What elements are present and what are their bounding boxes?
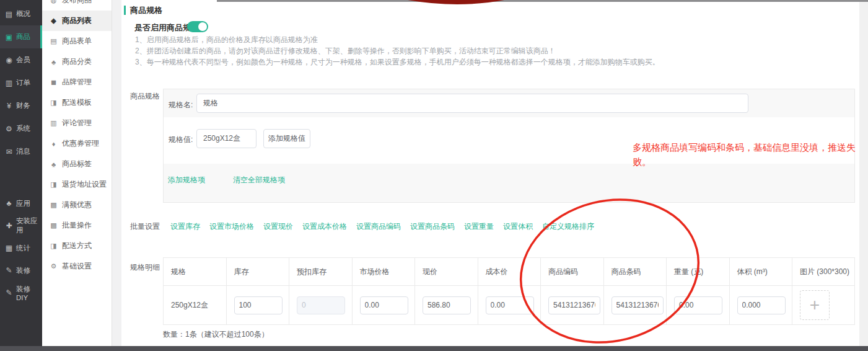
goods-label: 商品	[16, 32, 30, 42]
price-input[interactable]	[423, 296, 471, 314]
delivery-template-icon: ◨	[50, 99, 58, 107]
cell-withhold-stock-input	[289, 286, 353, 324]
market-price-input[interactable]	[360, 296, 408, 314]
weight-input[interactable]	[674, 296, 722, 314]
scrollbar[interactable]	[859, 2, 868, 346]
volume-input[interactable]	[737, 296, 786, 314]
column-header-stock: 库存	[227, 258, 290, 285]
set-stock-link[interactable]: 设置库存	[170, 221, 200, 232]
comment-manage-label: 评论管理	[62, 118, 92, 128]
submenu-item-goods-list[interactable]: ◈商品列表	[42, 11, 112, 31]
submenu-item-goods-tags[interactable]: ♣商品标签	[42, 154, 112, 174]
install-apps-label: 安装应用	[16, 216, 42, 235]
install-apps-icon: ✚	[4, 221, 14, 230]
stock-input[interactable]	[234, 296, 283, 314]
sidebar-item-decorate[interactable]: ✎装修	[0, 259, 42, 282]
sidebar-item-apps[interactable]: ♣应用	[0, 192, 42, 215]
goods-category-label: 商品分类	[62, 56, 92, 67]
return-address-icon: ◨	[50, 180, 58, 189]
submenu-item-delivery-method[interactable]: ◨配送方式	[42, 236, 112, 256]
system-icon: ⚙	[4, 125, 14, 133]
cost-price-input[interactable]	[486, 296, 534, 314]
sidebar-item-members[interactable]: ◉会员	[0, 48, 42, 71]
sidebar-item-goods[interactable]: ▣商品	[0, 25, 42, 48]
sidebar-item-messages[interactable]: ✉消息	[0, 140, 42, 163]
goods-category-icon: ♣	[50, 58, 58, 66]
goods-list-label: 商品列表	[62, 16, 92, 26]
orders-label: 订单	[16, 78, 30, 87]
sidebar-item-decorate-diy[interactable]: ✎装修DIY	[0, 282, 42, 304]
cell-cost-price-input	[478, 286, 541, 324]
batch-operation-icon: ▩	[50, 221, 58, 229]
brand-manage-label: 品牌管理	[62, 77, 92, 87]
spec-name-input[interactable]	[196, 94, 748, 113]
submenu-item-coupon-manage[interactable]: ♦优惠券管理	[42, 133, 112, 154]
submenu-item-goods-category[interactable]: ♣商品分类	[42, 51, 112, 72]
set-market-price-link[interactable]: 设置市场价格	[209, 221, 254, 232]
custom-spec-sort-link[interactable]: 自定义规格排序	[542, 221, 594, 232]
cell-volume-input	[730, 286, 793, 324]
column-header-price: 现价	[415, 258, 478, 285]
spec-detail-table: 规格库存预扣库存市场价格现价成本价商品编码商品条码重量 (克)体积 (m³)图片…	[163, 257, 855, 325]
sidebar-item-stats[interactable]: ▦统计	[0, 237, 42, 259]
spec-note-2: 2、拼团活动创建后的商品，请勿对该商品进行修改规格、下架、删除等操作，否则影响下…	[135, 46, 556, 56]
cell-market-price-input	[353, 286, 416, 324]
annotation-text: 多规格商品填写编码和条码，基础信息里没填，推送失败。	[633, 140, 868, 169]
submenu-item-delivery-template[interactable]: ◨配送模板	[42, 92, 112, 113]
submenu-item-full-discount[interactable]: ▩满额优惠	[42, 195, 112, 215]
set-goods-barcode-link[interactable]: 设置商品条码	[410, 221, 455, 232]
goods-list-icon: ◈	[50, 17, 58, 25]
goods-code-input[interactable]	[548, 296, 600, 314]
enable-spec-toggle[interactable]	[187, 21, 208, 32]
page-title: 商品规格	[130, 5, 162, 16]
set-weight-link[interactable]: 设置重量	[464, 221, 494, 232]
submenu-item-basic-settings[interactable]: ⚙基础设置	[42, 256, 112, 277]
clear-all-spec-items-link[interactable]: 清空全部规格项	[233, 175, 285, 185]
toggle-knob	[198, 22, 207, 31]
cell-stock-input	[227, 286, 290, 324]
cell-weight-input	[667, 286, 730, 324]
column-header-image: 图片 (300*300)	[792, 258, 854, 285]
overview-label: 概况	[16, 9, 30, 19]
submenu-item-publish-goods[interactable]: ◍发布商品	[42, 0, 112, 11]
delivery-method-icon: ◨	[50, 242, 58, 250]
submenu-item-return-address[interactable]: ◨退货地址设置	[42, 174, 112, 195]
spec-note-1: 1、启用商品规格后，商品的价格及库存以商品规格为准	[135, 35, 318, 45]
goods-barcode-input[interactable]	[612, 296, 664, 314]
batch-operation-label: 批量操作	[62, 220, 92, 231]
system-label: 系统	[16, 124, 30, 133]
sidebar-item-install-apps[interactable]: ✚安装应用	[0, 215, 42, 237]
submenu-item-goods-form[interactable]: ▤商品表单	[42, 31, 112, 51]
image-upload-button[interactable]: +	[800, 290, 830, 320]
sidebar-item-overview[interactable]: ▤概况	[0, 2, 42, 25]
spec-note-3: 3、每一种规格代表不同型号，例如颜色为一种规格，尺寸为一种规格，如果设置多规格，…	[135, 57, 660, 68]
cell-spec-text: 250gX12盒	[164, 286, 227, 324]
add-spec-item-link[interactable]: 添加规格项	[168, 175, 205, 185]
finance-label: 财务	[16, 101, 30, 110]
column-header-weight: 重量 (克)	[667, 258, 730, 285]
row-count-text: 数量：1条（建议不超过100条）	[163, 329, 269, 340]
cell-image-upload: +	[792, 286, 854, 324]
sidebar-item-finance[interactable]: ¥财务	[0, 94, 42, 117]
submenu-item-batch-operation[interactable]: ▩批量操作	[42, 215, 112, 236]
set-volume-link[interactable]: 设置体积	[503, 221, 533, 232]
submenu-item-brand-manage[interactable]: ◼品牌管理	[42, 72, 112, 92]
secondary-nav: ◍发布商品◈商品列表▤商品表单♣商品分类◼品牌管理◨配送模板▥评论管理♦优惠券管…	[42, 0, 112, 277]
submenu-item-comment-manage[interactable]: ▥评论管理	[42, 113, 112, 133]
cell-goods-code-input	[541, 286, 604, 324]
set-goods-code-link[interactable]: 设置商品编码	[356, 221, 401, 232]
return-address-label: 退货地址设置	[62, 179, 107, 190]
primary-sidebar: ▤概况▣商品◉会员▥订单¥财务⚙系统✉消息 ♣应用✚安装应用▦统计✎装修✎装修D…	[0, 0, 42, 351]
set-price-link[interactable]: 设置现价	[263, 221, 293, 232]
decorate-icon: ✎	[4, 266, 14, 275]
sidebar-item-orders[interactable]: ▥订单	[0, 71, 42, 94]
primary-nav-top: ▤概况▣商品◉会员▥订单¥财务⚙系统✉消息	[0, 2, 42, 163]
spec-value-input[interactable]	[196, 129, 256, 148]
set-cost-price-link[interactable]: 设置成本价格	[302, 221, 347, 232]
sidebar-item-system[interactable]: ⚙系统	[0, 117, 42, 140]
table-header-row: 规格库存预扣库存市场价格现价成本价商品编码商品条码重量 (克)体积 (m³)图片…	[164, 258, 854, 286]
coupon-manage-icon: ♦	[50, 140, 58, 148]
add-spec-value-button[interactable]: 添加规格值	[263, 129, 310, 148]
coupon-manage-label: 优惠券管理	[62, 138, 99, 149]
column-header-volume: 体积 (m³)	[730, 258, 793, 285]
